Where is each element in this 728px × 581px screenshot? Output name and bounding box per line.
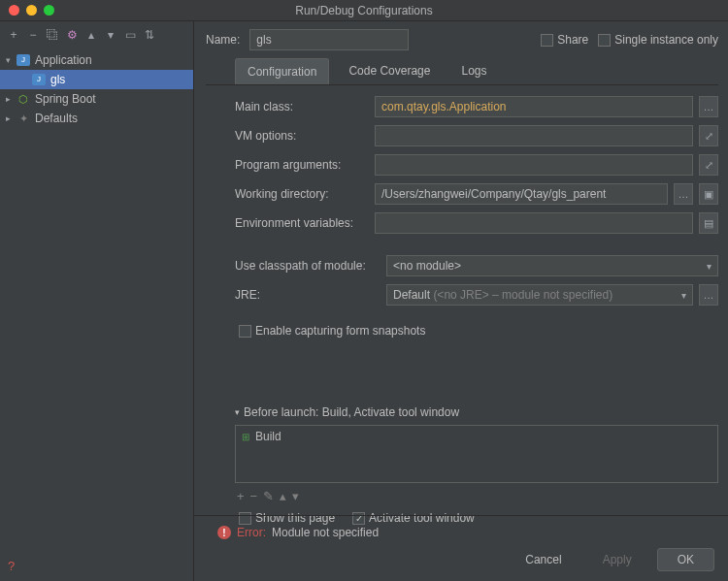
- vm-options-input[interactable]: [375, 125, 693, 146]
- tree-node-defaults[interactable]: ▸ ✦ Defaults: [0, 109, 193, 128]
- tabs: Configuration Code Coverage Logs: [206, 58, 718, 85]
- remove-task-icon[interactable]: −: [250, 489, 258, 503]
- name-input[interactable]: [249, 29, 409, 50]
- add-config-icon[interactable]: +: [7, 28, 20, 42]
- remove-config-icon[interactable]: −: [26, 28, 40, 42]
- classpath-module-select[interactable]: <no module>: [386, 255, 718, 276]
- application-icon: J: [16, 52, 31, 68]
- env-edit-button[interactable]: ▤: [699, 212, 718, 234]
- copy-config-icon[interactable]: ⿻: [46, 28, 59, 42]
- config-toolbar: + − ⿻ ⚙ ▴ ▾ ▭ ⇅: [0, 21, 193, 48]
- working-dir-input[interactable]: [375, 183, 668, 205]
- move-down-icon[interactable]: ▾: [292, 489, 299, 503]
- working-dir-label: Working directory:: [235, 187, 369, 201]
- chevron-down-icon[interactable]: ▾: [235, 407, 240, 417]
- expand-args-button[interactable]: ⤢: [699, 154, 718, 176]
- program-args-input[interactable]: [375, 154, 693, 176]
- tab-logs[interactable]: Logs: [449, 58, 498, 84]
- move-up-icon[interactable]: ▴: [84, 28, 98, 42]
- move-down-icon[interactable]: ▾: [104, 28, 117, 42]
- error-message: ! Error: Module not specified: [194, 516, 728, 539]
- config-tree: ▾ J Application J gls ▸ ⬡ Spring Boot ▸ …: [0, 48, 193, 581]
- tree-label: Application: [31, 53, 92, 67]
- before-launch-list[interactable]: ⊞ Build: [235, 425, 718, 483]
- apply-button[interactable]: Apply: [587, 548, 647, 571]
- spring-icon: ⬡: [16, 91, 31, 107]
- cancel-button[interactable]: Cancel: [510, 548, 577, 571]
- folder-icon[interactable]: ▭: [123, 28, 137, 42]
- build-icon: ⊞: [242, 432, 249, 442]
- tab-code-coverage[interactable]: Code Coverage: [337, 58, 442, 84]
- tree-label: Spring Boot: [31, 92, 96, 106]
- gear-icon: ✦: [16, 111, 31, 126]
- snapshots-checkbox[interactable]: Enable capturing form snapshots: [239, 324, 718, 338]
- left-panel: + − ⿻ ⚙ ▴ ▾ ▭ ⇅ ▾ J Application J gls ▸ …: [0, 21, 194, 581]
- program-args-label: Program arguments:: [235, 158, 369, 172]
- env-vars-input[interactable]: [375, 212, 693, 234]
- browse-main-class-button[interactable]: …: [699, 96, 718, 117]
- browse-wd-button[interactable]: …: [674, 183, 693, 205]
- share-checkbox[interactable]: Share: [541, 33, 588, 47]
- tab-configuration[interactable]: Configuration: [235, 58, 329, 84]
- env-vars-label: Environment variables:: [235, 216, 369, 230]
- chevron-right-icon: ▸: [6, 113, 16, 123]
- tree-node-spring-boot[interactable]: ▸ ⬡ Spring Boot: [0, 89, 193, 109]
- tree-label: gls: [47, 73, 65, 86]
- list-item[interactable]: ⊞ Build: [236, 426, 717, 447]
- classpath-label: Use classpath of module:: [235, 259, 381, 273]
- window-title: Run/Debug Configurations: [0, 4, 728, 17]
- footer: ! Error: Module not specified Cancel App…: [194, 515, 728, 581]
- jre-label: JRE:: [235, 288, 381, 302]
- before-launch-section: ▾Before launch: Build, Activate tool win…: [235, 398, 718, 525]
- jre-select[interactable]: Default (<no JRE> – module not specified…: [386, 284, 693, 306]
- tree-node-gls[interactable]: J gls: [0, 70, 193, 89]
- add-task-icon[interactable]: +: [237, 489, 245, 503]
- main-class-label: Main class:: [235, 100, 369, 113]
- help-icon[interactable]: ?: [8, 559, 15, 573]
- edit-task-icon[interactable]: ✎: [263, 489, 274, 503]
- chevron-down-icon: ▾: [6, 55, 16, 65]
- error-icon: !: [217, 526, 231, 539]
- tree-node-application[interactable]: ▾ J Application: [0, 50, 193, 70]
- expand-vm-button[interactable]: ⤢: [699, 125, 718, 146]
- application-icon: J: [31, 72, 47, 87]
- tree-label: Defaults: [31, 112, 78, 125]
- jre-browse-button[interactable]: …: [699, 284, 718, 306]
- single-instance-checkbox[interactable]: Single instance only: [598, 33, 718, 47]
- wd-folder-button[interactable]: ▣: [699, 183, 718, 205]
- name-label: Name:: [206, 33, 240, 47]
- before-launch-header: Before launch: Build, Activate tool wind…: [244, 405, 459, 419]
- right-panel: Name: Share Single instance only Configu…: [194, 21, 728, 581]
- chevron-right-icon: ▸: [6, 94, 16, 104]
- settings-icon[interactable]: ⚙: [65, 28, 79, 42]
- vm-options-label: VM options:: [235, 129, 369, 143]
- sort-icon[interactable]: ⇅: [143, 28, 156, 42]
- ok-button[interactable]: OK: [657, 548, 714, 571]
- titlebar: Run/Debug Configurations: [0, 0, 728, 21]
- move-up-icon[interactable]: ▴: [280, 489, 286, 503]
- main-class-input[interactable]: [375, 96, 693, 117]
